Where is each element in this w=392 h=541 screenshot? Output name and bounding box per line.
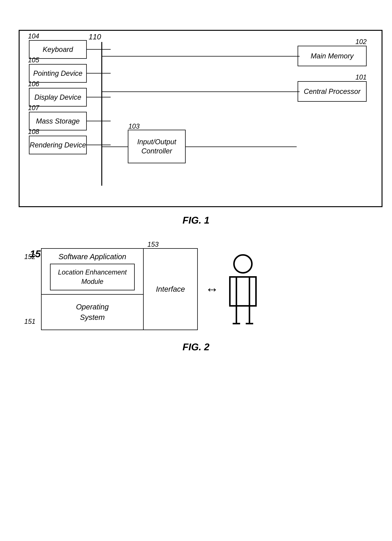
main-memory-box: Main Memory [298, 46, 367, 66]
bus-to-central-processor [102, 91, 300, 92]
bus-to-io-connector [102, 146, 128, 147]
mass-storage-wrapper: 107 Mass Storage [29, 112, 87, 130]
fig2-caption: FIG. 2 [19, 341, 373, 353]
rendering-device-box: Rendering Device [29, 136, 87, 154]
svg-point-0 [234, 255, 252, 273]
mass-storage-number: 107 [28, 104, 39, 112]
main-memory-relative: 102 Main Memory [298, 46, 367, 66]
io-to-right-connector [186, 146, 297, 147]
keyboard-label: Keyboard [43, 46, 73, 54]
fig1-outer-box: 110 104 Keyboard 105 Poi [19, 30, 382, 207]
io-controller-box: 103 Input/OutputController [128, 130, 186, 163]
keyboard-device-wrapper: 104 Keyboard [29, 40, 87, 59]
keyboard-box: Keyboard [29, 40, 87, 59]
io-devices-column: 104 Keyboard 105 Pointing Device [29, 40, 87, 154]
main-memory-label: Main Memory [311, 52, 354, 60]
central-processor-wrapper: 101 Central Processor [298, 81, 367, 102]
pointing-number: 105 [28, 56, 39, 64]
svg-rect-1 [230, 277, 256, 306]
arrow-connector: ↔ [198, 248, 226, 330]
io-controller-label: Input/OutputController [137, 137, 176, 156]
display-device-label: Display Device [34, 93, 81, 101]
central-processor-relative: 101 Central Processor [298, 81, 367, 102]
pointing-device-box: Pointing Device [29, 64, 87, 83]
rendering-connector [87, 145, 111, 145]
fig1-diagram: 100 ↘ 110 104 Keyboard [19, 30, 373, 226]
bus-label: 110 [89, 33, 101, 41]
mass-storage-box: Mass Storage [29, 112, 87, 130]
rendering-device-label: Rendering Device [30, 141, 86, 149]
keyboard-connector [87, 49, 111, 50]
interface-label: Interface [156, 285, 185, 293]
central-processor-box: Central Processor [298, 81, 367, 102]
central-processor-label: Central Processor [304, 88, 361, 96]
central-processor-number: 101 [356, 73, 367, 81]
fig2-label-151: 151 [24, 318, 36, 325]
mass-storage-connector [87, 121, 111, 121]
fig2-left-stack: 152 151 Software Application Location En… [41, 248, 144, 330]
display-number: 106 [28, 80, 39, 88]
bus-to-main-memory [102, 56, 300, 57]
pointing-device-wrapper: 105 Pointing Device [29, 64, 87, 83]
fig2-label-152: 152 [24, 253, 36, 261]
rendering-device-wrapper: 108 Rendering Device [29, 136, 87, 154]
interface-number: 153 [147, 240, 159, 248]
main-memory-wrapper: 102 Main Memory [298, 46, 367, 66]
keyboard-number: 104 [28, 32, 39, 40]
location-enhancement-box: Location EnhancementModule [50, 264, 135, 290]
person-svg [226, 254, 260, 324]
display-device-wrapper: 106 Display Device [29, 88, 87, 107]
operating-system-label: OperatingSystem [76, 302, 109, 323]
bus-vertical-line [101, 42, 102, 186]
software-application-outer-box: Software Application Location Enhancemen… [41, 248, 144, 295]
person-figure [226, 248, 260, 330]
display-device-box: Display Device [29, 88, 87, 107]
mass-storage-label: Mass Storage [36, 117, 80, 125]
fig2-diagram: 150 ↘ 152 151 Software Application Locat… [19, 248, 373, 353]
display-connector [87, 97, 111, 97]
operating-system-box: OperatingSystem [41, 295, 144, 330]
location-enhancement-label: Location EnhancementModule [58, 268, 127, 286]
rendering-number: 108 [28, 128, 39, 136]
main-memory-number: 102 [356, 38, 367, 46]
fig1-caption: FIG. 1 [19, 215, 373, 226]
pointing-device-label: Pointing Device [33, 69, 83, 78]
interface-box: 153 Interface [144, 248, 198, 330]
io-controller-number: 103 [128, 122, 139, 130]
pointing-connector [87, 73, 111, 73]
fig2-main-content: 152 151 Software Application Location En… [41, 248, 373, 330]
bidirectional-arrow: ↔ [205, 282, 219, 296]
software-app-title: Software Application [58, 253, 126, 261]
